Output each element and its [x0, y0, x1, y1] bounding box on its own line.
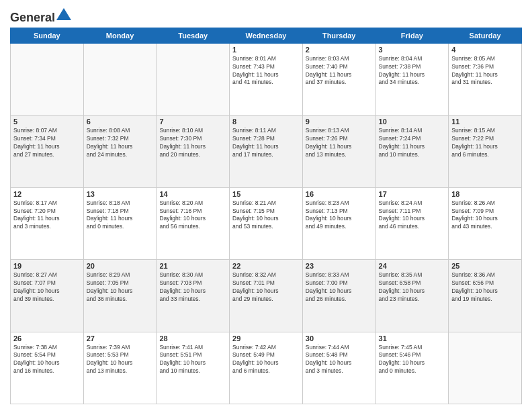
day-info: Sunrise: 8:24 AMSunset: 7:11 PMDaylight:…	[379, 199, 446, 232]
week-row-4: 19Sunrise: 8:27 AMSunset: 7:07 PMDayligh…	[11, 260, 522, 332]
day-cell: 29Sunrise: 7:42 AMSunset: 5:49 PMDayligh…	[230, 332, 303, 404]
day-number: 28	[159, 334, 226, 342]
day-info: Sunrise: 8:11 AMSunset: 7:28 PMDaylight:…	[232, 127, 300, 159]
day-info: Sunrise: 8:07 AMSunset: 7:34 PMDaylight:…	[13, 127, 81, 159]
day-cell: 22Sunrise: 8:32 AMSunset: 7:01 PMDayligh…	[230, 260, 303, 332]
logo-triangle-icon	[56, 7, 71, 21]
day-number: 26	[13, 334, 81, 342]
day-number: 10	[379, 118, 446, 126]
day-info: Sunrise: 8:13 AMSunset: 7:26 PMDaylight:…	[306, 127, 373, 159]
day-cell: 7Sunrise: 8:10 AMSunset: 7:30 PMDaylight…	[157, 116, 230, 187]
day-number: 24	[379, 262, 446, 270]
day-info: Sunrise: 7:39 AMSunset: 5:53 PMDaylight:…	[87, 344, 154, 376]
day-info: Sunrise: 8:36 AMSunset: 6:56 PMDaylight:…	[451, 271, 519, 304]
day-cell: 30Sunrise: 7:44 AMSunset: 5:48 PMDayligh…	[302, 332, 375, 404]
day-cell: 3Sunrise: 8:04 AMSunset: 7:38 PMDaylight…	[375, 43, 449, 115]
weekday-header-monday: Monday	[83, 28, 157, 43]
weekday-header-friday: Friday	[375, 28, 449, 43]
svg-marker-0	[56, 8, 71, 20]
day-cell: 19Sunrise: 8:27 AMSunset: 7:07 PMDayligh…	[11, 260, 84, 332]
day-cell: 25Sunrise: 8:36 AMSunset: 6:56 PMDayligh…	[449, 260, 522, 332]
day-info: Sunrise: 8:04 AMSunset: 7:38 PMDaylight:…	[379, 55, 446, 87]
calendar-table: SundayMondayTuesdayWednesdayThursdayFrid…	[10, 28, 522, 404]
day-info: Sunrise: 7:41 AMSunset: 5:51 PMDaylight:…	[159, 344, 226, 376]
day-info: Sunrise: 8:14 AMSunset: 7:24 PMDaylight:…	[379, 127, 446, 159]
day-cell: 17Sunrise: 8:24 AMSunset: 7:11 PMDayligh…	[375, 187, 449, 259]
day-info: Sunrise: 8:08 AMSunset: 7:32 PMDaylight:…	[87, 127, 154, 159]
day-number: 6	[87, 118, 154, 126]
day-number: 21	[159, 262, 226, 270]
weekday-header-thursday: Thursday	[302, 28, 375, 43]
day-cell: 8Sunrise: 8:11 AMSunset: 7:28 PMDaylight…	[230, 116, 303, 187]
day-number: 1	[232, 46, 300, 54]
day-number: 2	[306, 46, 373, 54]
day-number: 29	[232, 334, 300, 342]
weekday-header-saturday: Saturday	[449, 28, 522, 43]
week-row-2: 5Sunrise: 8:07 AMSunset: 7:34 PMDaylight…	[11, 116, 522, 187]
day-number: 14	[159, 190, 226, 198]
day-number: 25	[451, 262, 519, 270]
weekday-header-wednesday: Wednesday	[230, 28, 303, 43]
weekday-header-tuesday: Tuesday	[157, 28, 230, 43]
day-number: 17	[379, 190, 446, 198]
day-cell: 23Sunrise: 8:33 AMSunset: 7:00 PMDayligh…	[302, 260, 375, 332]
day-info: Sunrise: 7:44 AMSunset: 5:48 PMDaylight:…	[306, 344, 373, 376]
day-info: Sunrise: 8:03 AMSunset: 7:40 PMDaylight:…	[306, 55, 373, 87]
day-cell: 20Sunrise: 8:29 AMSunset: 7:05 PMDayligh…	[83, 260, 157, 332]
day-number: 8	[232, 118, 300, 126]
day-cell: 16Sunrise: 8:23 AMSunset: 7:13 PMDayligh…	[302, 187, 375, 259]
day-cell: 24Sunrise: 8:35 AMSunset: 6:58 PMDayligh…	[375, 260, 449, 332]
day-cell: 14Sunrise: 8:20 AMSunset: 7:16 PMDayligh…	[157, 187, 230, 259]
day-number: 15	[232, 190, 300, 198]
day-number: 18	[451, 190, 519, 198]
page: General SundayMondayTuesdayWednesdayThur…	[0, 0, 532, 411]
logo-text: General	[10, 7, 71, 25]
week-row-1: 1Sunrise: 8:01 AMSunset: 7:43 PMDaylight…	[11, 43, 522, 115]
day-cell: 11Sunrise: 8:15 AMSunset: 7:22 PMDayligh…	[449, 116, 522, 187]
day-cell: 28Sunrise: 7:41 AMSunset: 5:51 PMDayligh…	[157, 332, 230, 404]
day-info: Sunrise: 8:26 AMSunset: 7:09 PMDaylight:…	[451, 199, 519, 232]
day-cell: 10Sunrise: 8:14 AMSunset: 7:24 PMDayligh…	[375, 116, 449, 187]
day-number: 31	[379, 334, 446, 342]
day-number: 20	[87, 262, 154, 270]
day-info: Sunrise: 7:38 AMSunset: 5:54 PMDaylight:…	[13, 344, 81, 376]
day-cell	[449, 332, 522, 404]
day-cell	[157, 43, 230, 115]
day-info: Sunrise: 8:32 AMSunset: 7:01 PMDaylight:…	[232, 271, 300, 304]
day-number: 7	[159, 118, 226, 126]
day-cell: 4Sunrise: 8:05 AMSunset: 7:36 PMDaylight…	[449, 43, 522, 115]
day-info: Sunrise: 8:29 AMSunset: 7:05 PMDaylight:…	[87, 271, 154, 304]
day-info: Sunrise: 7:45 AMSunset: 5:46 PMDaylight:…	[379, 344, 446, 376]
day-cell	[83, 43, 157, 115]
day-info: Sunrise: 8:20 AMSunset: 7:16 PMDaylight:…	[159, 199, 226, 232]
day-number: 22	[232, 262, 300, 270]
day-cell: 2Sunrise: 8:03 AMSunset: 7:40 PMDaylight…	[302, 43, 375, 115]
day-number: 3	[379, 46, 446, 54]
day-cell	[11, 43, 84, 115]
day-info: Sunrise: 8:05 AMSunset: 7:36 PMDaylight:…	[451, 55, 519, 87]
week-row-5: 26Sunrise: 7:38 AMSunset: 5:54 PMDayligh…	[11, 332, 522, 404]
day-info: Sunrise: 8:10 AMSunset: 7:30 PMDaylight:…	[159, 127, 226, 159]
weekday-header-row: SundayMondayTuesdayWednesdayThursdayFrid…	[11, 28, 522, 43]
day-cell: 31Sunrise: 7:45 AMSunset: 5:46 PMDayligh…	[375, 332, 449, 404]
day-cell: 13Sunrise: 8:18 AMSunset: 7:18 PMDayligh…	[83, 187, 157, 259]
day-number: 4	[451, 46, 519, 54]
day-info: Sunrise: 8:30 AMSunset: 7:03 PMDaylight:…	[159, 271, 226, 304]
day-info: Sunrise: 8:23 AMSunset: 7:13 PMDaylight:…	[306, 199, 373, 232]
day-info: Sunrise: 7:42 AMSunset: 5:49 PMDaylight:…	[232, 344, 300, 376]
day-info: Sunrise: 8:18 AMSunset: 7:18 PMDaylight:…	[87, 199, 154, 232]
header: General	[10, 7, 522, 22]
day-info: Sunrise: 8:01 AMSunset: 7:43 PMDaylight:…	[232, 55, 300, 87]
day-number: 13	[87, 190, 154, 198]
day-number: 9	[306, 118, 373, 126]
day-number: 11	[451, 118, 519, 126]
day-info: Sunrise: 8:35 AMSunset: 6:58 PMDaylight:…	[379, 271, 446, 304]
week-row-3: 12Sunrise: 8:17 AMSunset: 7:20 PMDayligh…	[11, 187, 522, 259]
day-number: 30	[306, 334, 373, 342]
day-cell: 26Sunrise: 7:38 AMSunset: 5:54 PMDayligh…	[11, 332, 84, 404]
day-number: 23	[306, 262, 373, 270]
day-number: 27	[87, 334, 154, 342]
weekday-header-sunday: Sunday	[11, 28, 84, 43]
logo: General	[10, 7, 71, 22]
day-info: Sunrise: 8:27 AMSunset: 7:07 PMDaylight:…	[13, 271, 81, 304]
